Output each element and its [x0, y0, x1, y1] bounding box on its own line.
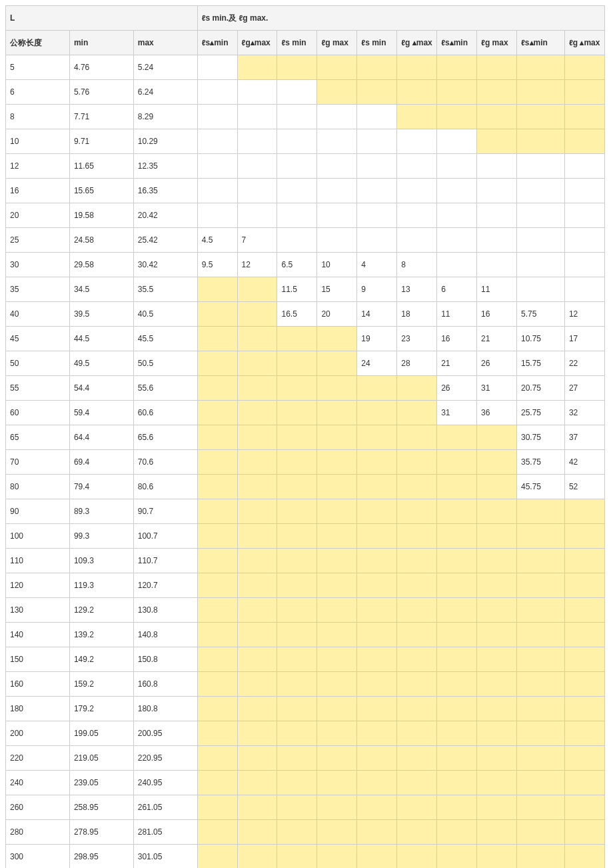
cell: 9.71 [69, 129, 133, 154]
cell [357, 401, 397, 425]
cell [317, 105, 357, 129]
cell: 4.5 [197, 228, 237, 253]
cell: 200.95 [133, 721, 197, 746]
table-row: 4544.545.51923162110.7517 [6, 327, 605, 351]
table-row: 2019.5820.42 [6, 203, 605, 228]
table-row: 109.7110.29 [6, 129, 605, 154]
cell [197, 820, 237, 845]
cell [357, 105, 397, 129]
cell [437, 820, 477, 845]
cell [317, 228, 357, 253]
cell: 18 [397, 302, 437, 327]
cell [477, 845, 517, 869]
cell [517, 771, 565, 795]
cell [517, 253, 565, 277]
cell [197, 327, 237, 351]
cell [477, 80, 517, 105]
cell [477, 179, 517, 203]
cell [317, 524, 357, 549]
col-header-12: ℓg ▴max [564, 31, 604, 55]
cell: 19.58 [69, 203, 133, 228]
col-header-1: min [69, 31, 133, 55]
cell [317, 327, 357, 351]
col-header-0: 公称长度 [6, 31, 70, 55]
cell: 100 [6, 524, 70, 549]
cell: 220.95 [133, 746, 197, 771]
cell [197, 450, 237, 475]
cell [517, 179, 565, 203]
cell [237, 401, 277, 425]
cell [317, 721, 357, 746]
table-row: 280278.95281.05 [6, 820, 605, 845]
cell [517, 721, 565, 746]
cell [397, 154, 437, 179]
cell: 31 [437, 401, 477, 425]
cell: 4 [357, 253, 397, 277]
cell [397, 845, 437, 869]
cell: 99.3 [69, 524, 133, 549]
cell [197, 697, 237, 721]
cell [397, 450, 437, 475]
cell [277, 499, 317, 524]
cell [237, 277, 277, 302]
cell [357, 549, 397, 573]
cell: 300 [6, 845, 70, 869]
cell [357, 475, 397, 499]
cell: 179.2 [69, 697, 133, 721]
cell: 40.5 [133, 302, 197, 327]
cell: 11 [477, 277, 517, 302]
cell [197, 425, 237, 450]
cell [237, 820, 277, 845]
cell: 150 [6, 647, 70, 672]
cell [477, 746, 517, 771]
cell [277, 820, 317, 845]
cell [517, 623, 565, 647]
table-row: 120119.3120.7 [6, 573, 605, 598]
cell [197, 376, 237, 401]
cell: 11.5 [277, 277, 317, 302]
cell [477, 499, 517, 524]
cell [357, 228, 397, 253]
cell: 89.3 [69, 499, 133, 524]
cell: 219.05 [69, 746, 133, 771]
table-header: L ℓs min.及 ℓg max. 公称长度minmaxℓs▴minℓg▴ma… [6, 6, 605, 55]
cell [437, 129, 477, 154]
cell: 12 [564, 302, 604, 327]
cell [397, 647, 437, 672]
cell [517, 105, 565, 129]
cell [437, 105, 477, 129]
cell [397, 228, 437, 253]
cell: 5.75 [517, 302, 565, 327]
cell: 260 [6, 795, 70, 820]
cell [564, 771, 604, 795]
table-row: 87.718.29 [6, 105, 605, 129]
cell [197, 746, 237, 771]
spec-table: L ℓs min.及 ℓg max. 公称长度minmaxℓs▴minℓg▴ma… [5, 5, 605, 868]
cell [437, 475, 477, 499]
cell: 27 [564, 376, 604, 401]
cell [517, 549, 565, 573]
col-header-2: max [133, 31, 197, 55]
cell: 90.7 [133, 499, 197, 524]
cell [357, 450, 397, 475]
cell: 40 [6, 302, 70, 327]
table-row: 8079.480.645.7552 [6, 475, 605, 499]
cell [197, 154, 237, 179]
cell [437, 524, 477, 549]
cell: 25.75 [517, 401, 565, 425]
table-row: 240239.05240.95 [6, 771, 605, 795]
cell [397, 623, 437, 647]
cell: 220 [6, 746, 70, 771]
cell: 20.75 [517, 376, 565, 401]
cell [564, 647, 604, 672]
cell [277, 105, 317, 129]
cell [197, 524, 237, 549]
cell: 23 [397, 327, 437, 351]
cell [437, 771, 477, 795]
cell: 10.75 [517, 327, 565, 351]
cell [317, 450, 357, 475]
cell [277, 55, 317, 80]
cell: 55 [6, 376, 70, 401]
cell: 12 [6, 154, 70, 179]
cell: 130 [6, 598, 70, 623]
